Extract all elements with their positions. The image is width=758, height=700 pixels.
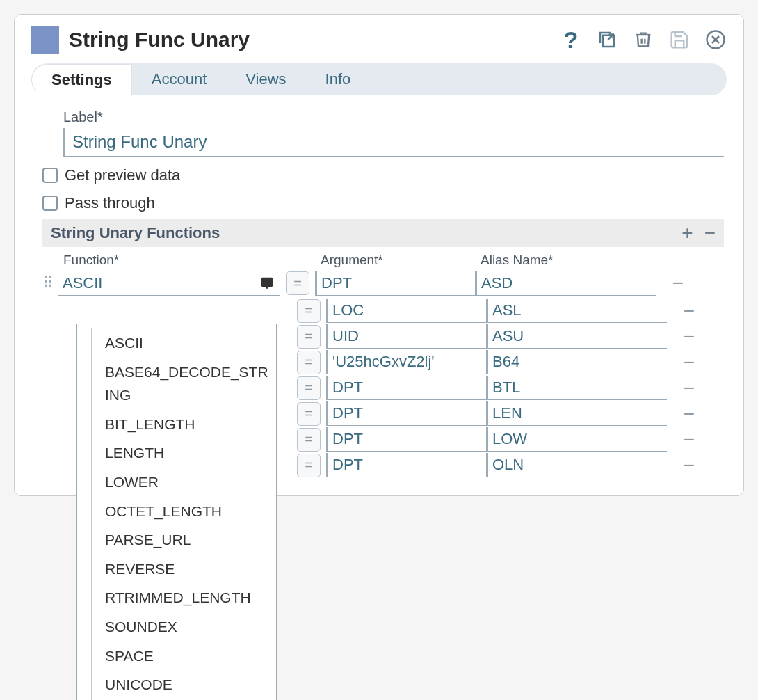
argument-input[interactable]	[315, 271, 475, 296]
alias-input[interactable]	[475, 271, 656, 296]
equals-button[interactable]: =	[297, 454, 321, 477]
help-icon[interactable]: ?	[560, 29, 582, 51]
grid-header: Function* Argument* Alias Name*	[63, 253, 724, 268]
dialog-toolbar: ?	[560, 29, 727, 51]
dropdown-option[interactable]: LOWER	[77, 468, 276, 497]
passthrough-checkbox[interactable]	[42, 196, 58, 211]
dropdown-option[interactable]: OCTET_LENGTH	[77, 497, 276, 510]
argument-input[interactable]	[326, 376, 486, 400]
remove-row-icon[interactable]: −	[704, 223, 716, 243]
col-function: Function*	[63, 253, 286, 268]
label-input[interactable]	[63, 128, 724, 157]
table-row: = −	[291, 401, 724, 426]
tab-info[interactable]: Info	[306, 63, 371, 95]
function-input[interactable]	[58, 271, 280, 295]
col-argument: Argument*	[321, 253, 481, 268]
table-row: = −	[291, 350, 724, 374]
tab-settings[interactable]: Settings	[31, 64, 132, 96]
popout-icon[interactable]	[596, 29, 618, 51]
suggestion-icon[interactable]	[260, 276, 274, 290]
equals-button[interactable]: =	[297, 376, 321, 400]
alias-input[interactable]	[486, 350, 667, 374]
alias-input[interactable]	[486, 324, 667, 349]
table-row: ⠿ = −	[38, 269, 724, 297]
rows-continued: = − = − = − = −	[291, 299, 724, 477]
row-remove-icon[interactable]: −	[667, 430, 695, 450]
row-remove-icon[interactable]: −	[667, 301, 695, 321]
label-field-label: Label*	[63, 109, 724, 125]
close-icon[interactable]	[704, 29, 727, 51]
alias-input[interactable]	[486, 453, 667, 477]
argument-input[interactable]	[326, 427, 486, 452]
drag-handle-icon[interactable]: ⠿	[38, 274, 58, 292]
argument-input[interactable]	[326, 401, 486, 426]
equals-button[interactable]: =	[297, 325, 321, 349]
row-remove-icon[interactable]: −	[667, 404, 695, 424]
tab-bar: Settings Account Views Info	[31, 63, 727, 95]
table-row: = −	[291, 453, 724, 477]
equals-button[interactable]: =	[286, 271, 309, 295]
table-row: = −	[291, 427, 724, 452]
alias-input[interactable]	[486, 401, 667, 426]
save-icon[interactable]	[668, 29, 691, 51]
row-remove-icon[interactable]: −	[667, 353, 695, 372]
dropdown-option[interactable]: ASCII	[77, 328, 276, 358]
row-remove-icon[interactable]: −	[656, 273, 684, 293]
function-dropdown: ASCII BASE64_DECODE_STRING BIT_LENGTH LE…	[76, 324, 277, 510]
trash-icon[interactable]	[632, 29, 654, 51]
dropdown-option[interactable]: LENGTH	[77, 438, 276, 468]
argument-input[interactable]	[326, 299, 486, 323]
alias-input[interactable]	[486, 299, 667, 323]
section-title: String Unary Functions	[51, 224, 682, 242]
preview-checkbox[interactable]	[42, 168, 58, 183]
row-remove-icon[interactable]: −	[667, 327, 695, 347]
argument-input[interactable]	[326, 453, 486, 477]
equals-button[interactable]: =	[297, 351, 321, 374]
add-row-icon[interactable]: +	[682, 223, 693, 243]
dropdown-option[interactable]: BIT_LENGTH	[77, 410, 276, 439]
table-row: = −	[291, 299, 724, 323]
row-remove-icon[interactable]: −	[667, 456, 695, 475]
argument-input[interactable]	[326, 350, 486, 374]
color-swatch	[31, 26, 59, 54]
alias-input[interactable]	[486, 427, 667, 452]
argument-input[interactable]	[326, 324, 486, 349]
table-row: = −	[291, 324, 724, 349]
section-header: String Unary Functions + −	[42, 219, 724, 247]
equals-button[interactable]: =	[297, 402, 321, 426]
dropdown-option[interactable]: BASE64_DECODE_STRING	[77, 358, 276, 410]
tab-account[interactable]: Account	[132, 63, 227, 95]
col-alias: Alias Name*	[481, 253, 661, 268]
preview-checkbox-label: Get preview data	[65, 166, 180, 184]
equals-button[interactable]: =	[297, 299, 321, 323]
row-remove-icon[interactable]: −	[667, 379, 695, 398]
table-row: = −	[291, 376, 724, 400]
dialog-header: String Func Unary ?	[15, 15, 743, 63]
tab-views[interactable]: Views	[226, 63, 305, 95]
passthrough-checkbox-label: Pass through	[65, 194, 155, 212]
alias-input[interactable]	[486, 376, 667, 400]
equals-button[interactable]: =	[297, 428, 321, 452]
dialog-title: String Func Unary	[69, 28, 550, 51]
